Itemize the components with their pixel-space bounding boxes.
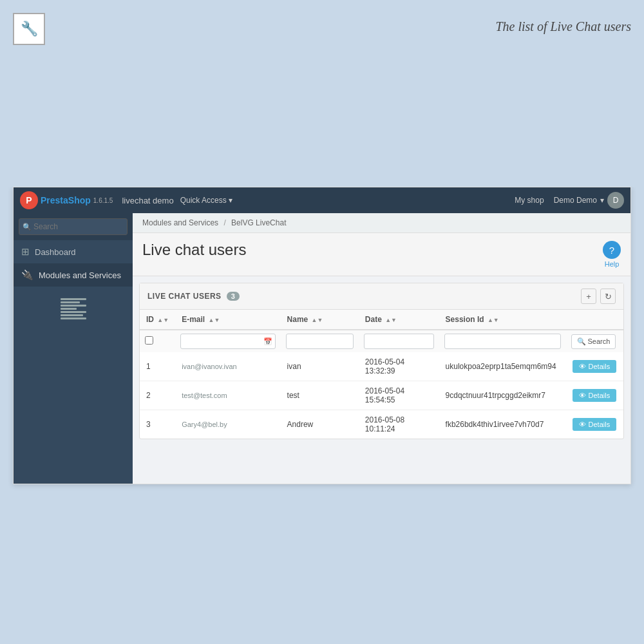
cell-id: 3: [140, 410, 175, 439]
cell-date: 2016-05-08 10:11:24: [359, 410, 439, 439]
admin-panel: P PrestaShop 1.6.1.5 livechat demo Quick…: [13, 187, 631, 484]
th-date[interactable]: Date ▲▼: [359, 310, 439, 330]
filter-checkbox-cell: [140, 330, 175, 352]
avatar: D: [607, 192, 624, 209]
details-button[interactable]: 👁 Details: [573, 418, 617, 431]
th-session[interactable]: Session Id ▲▼: [439, 310, 566, 330]
chevron-down-icon: ▾: [600, 196, 604, 205]
barcode-line: [61, 298, 86, 300]
search-button-label: Search: [588, 337, 611, 345]
email-value: Gary4@bel.by: [182, 421, 227, 428]
help-button[interactable]: ?: [603, 241, 621, 259]
cell-name: Andrew: [281, 410, 359, 439]
email-value: test@test.com: [182, 392, 227, 399]
cell-action: 👁 Details: [566, 410, 623, 439]
top-nav-logo: P PrestaShop 1.6.1.5: [20, 191, 113, 209]
details-label: Details: [589, 421, 611, 428]
details-label: Details: [589, 363, 611, 370]
th-email[interactable]: E-mail ▲▼: [175, 310, 280, 330]
th-name[interactable]: Name ▲▼: [281, 310, 359, 330]
breadcrumb-current: BelVG LiveChat: [231, 218, 286, 227]
barcode-line: [61, 317, 86, 319]
sort-arrows-name: ▲▼: [312, 317, 323, 323]
barcode-line: [61, 314, 83, 316]
table-body: 1 ivan@ivanov.ivan ivan 2016-05-04 13:32…: [140, 352, 623, 439]
barcode-line: [61, 305, 86, 307]
user-name-label: Demo Demo: [554, 196, 597, 205]
breadcrumb-modules-link[interactable]: Modules and Services: [142, 218, 218, 227]
search-input[interactable]: [19, 218, 128, 235]
breadcrumb: Modules and Services / BelVG LiveChat: [133, 213, 630, 233]
add-button[interactable]: +: [581, 289, 596, 304]
quick-access-chevron-icon: ▾: [229, 196, 232, 205]
cell-session: 9cdqctnuur41trpcggd2eikmr7: [439, 381, 566, 410]
quick-access-button[interactable]: Quick Access ▾: [180, 196, 232, 205]
table-panel-title: LIVE CHAT USERS 3: [147, 292, 240, 301]
details-button[interactable]: 👁 Details: [573, 389, 617, 402]
cell-email: test@test.com: [175, 381, 280, 410]
filter-action-cell: 🔍 Search: [566, 330, 623, 352]
sidebar-item-modules[interactable]: 🔌 Modules and Services: [14, 263, 133, 287]
email-filter-wrapper: 📅: [180, 334, 275, 349]
top-tagline: The list of Live Chat users: [495, 19, 631, 34]
eye-icon: 👁: [579, 421, 586, 428]
brand-presta: Presta: [41, 195, 68, 205]
name-filter-input[interactable]: [286, 334, 354, 349]
outer-wrapper: 🔧 The list of Live Chat users P PrestaSh…: [0, 0, 644, 644]
details-label: Details: [589, 392, 611, 399]
barcode-line: [61, 308, 77, 310]
sidebar: 🔍 ⊞ Dashboard 🔌 Modules and Services: [14, 213, 133, 484]
brand-name: PrestaShop: [41, 195, 91, 205]
page-header: Live chat users ? Help: [133, 233, 630, 276]
filter-name-cell: [281, 330, 359, 352]
search-icon-small: 🔍: [577, 337, 586, 346]
top-nav-right: My shop Demo Demo ▾ D: [515, 192, 624, 209]
filter-row: 📅: [140, 330, 623, 352]
user-menu-button[interactable]: Demo Demo ▾ D: [554, 192, 624, 209]
top-nav: P PrestaShop 1.6.1.5 livechat demo Quick…: [14, 187, 630, 213]
email-filter-input[interactable]: [180, 334, 275, 349]
panel-title-text: LIVE CHAT USERS: [147, 292, 222, 301]
th-date-label: Date: [365, 315, 382, 324]
date-filter-input[interactable]: [364, 334, 434, 349]
filter-email-cell: 📅: [175, 330, 280, 352]
modules-icon: 🔌: [21, 269, 33, 281]
th-id[interactable]: ID ▲▼: [140, 310, 175, 330]
barcode-line: [61, 311, 86, 313]
cell-name: test: [281, 381, 359, 410]
th-id-label: ID: [146, 315, 154, 324]
email-value: ivan@ivanov.ivan: [182, 363, 237, 370]
details-button[interactable]: 👁 Details: [573, 360, 617, 373]
cell-action: 👁 Details: [566, 352, 623, 381]
refresh-button[interactable]: ↻: [600, 289, 616, 304]
search-wrapper: 🔍: [19, 218, 128, 235]
barcode-widget: [14, 287, 133, 331]
cell-action: 👁 Details: [566, 381, 623, 410]
sidebar-item-label: Dashboard: [35, 247, 76, 257]
cell-email: ivan@ivanov.ivan: [175, 352, 280, 381]
table-panel-actions: + ↻: [581, 289, 616, 304]
search-button[interactable]: 🔍 Search: [571, 334, 616, 349]
th-session-label: Session Id: [446, 315, 484, 324]
sort-arrows-date: ▲▼: [385, 317, 397, 323]
filter-date-cell: [359, 330, 439, 352]
content-area: 🔍 ⊞ Dashboard 🔌 Modules and Services: [14, 213, 630, 484]
table-row: 3 Gary4@bel.by Andrew 2016-05-08 10:11:2…: [140, 410, 623, 439]
cell-session: ukulokpoa2eprp1ta5emqm6m94: [439, 352, 566, 381]
prestashop-logo-icon: P: [20, 191, 38, 209]
th-name-label: Name: [287, 315, 308, 324]
my-shop-button[interactable]: My shop: [515, 196, 544, 205]
sort-arrows-id: ▲▼: [157, 317, 169, 323]
data-table: ID ▲▼ E-mail ▲▼ Name ▲▼: [140, 310, 623, 439]
table-row: 2 test@test.com test 2016-05-04 15:54:55…: [140, 381, 623, 410]
table-header-row: ID ▲▼ E-mail ▲▼ Name ▲▼: [140, 310, 623, 330]
sidebar-item-dashboard[interactable]: ⊞ Dashboard: [14, 240, 133, 263]
top-area: 🔧 The list of Live Chat users: [0, 0, 644, 187]
breadcrumb-separator: /: [223, 218, 225, 227]
eye-icon: 👁: [579, 392, 586, 399]
select-all-checkbox[interactable]: [145, 336, 153, 345]
session-filter-input[interactable]: [444, 334, 561, 349]
eye-icon: 👁: [579, 363, 586, 370]
cell-email: Gary4@bel.by: [175, 410, 280, 439]
main-content: Modules and Services / BelVG LiveChat Li…: [133, 213, 630, 484]
